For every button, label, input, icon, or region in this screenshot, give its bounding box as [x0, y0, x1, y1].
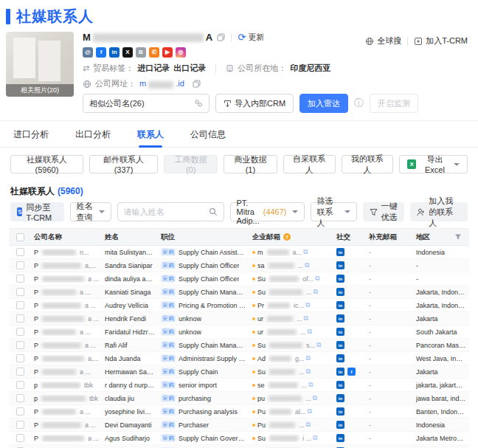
row-checkbox[interactable] — [16, 354, 24, 362]
row-checkbox[interactable] — [16, 248, 24, 256]
linkedin-icon[interactable]: in — [336, 275, 344, 283]
company-cell[interactable]: ptbk — [31, 382, 102, 389]
email-icon[interactable]: @ — [83, 47, 93, 58]
linkedin-icon[interactable]: in — [336, 301, 344, 309]
copy-email-icon[interactable]: ⧉ — [308, 381, 313, 389]
linkedin-icon[interactable]: in — [336, 421, 344, 429]
linkedin-icon[interactable]: in — [336, 381, 344, 389]
copy-website-icon[interactable] — [193, 80, 201, 88]
copy-email-icon[interactable]: ⧉ — [304, 314, 308, 323]
row-checkbox[interactable] — [16, 314, 24, 323]
contact-name-cell[interactable]: Audrey Vellicia — [102, 302, 158, 309]
tab-联系人[interactable]: 联系人 — [136, 121, 165, 147]
youtube-icon[interactable]: ▶ — [162, 47, 173, 58]
company-cell[interactable]: ptbk — [31, 395, 102, 402]
copy-email-icon[interactable]: ⧉ — [308, 328, 312, 336]
copy-email-icon[interactable]: ⧉ — [306, 354, 311, 362]
linkedin-icon[interactable]: in — [336, 434, 344, 442]
row-checkbox[interactable] — [16, 288, 24, 296]
contact-tab-商业数据(1)[interactable]: 商业数据(1) — [224, 155, 277, 173]
copy-email-icon[interactable]: ⧉ — [305, 301, 310, 309]
row-checkbox[interactable] — [16, 341, 24, 349]
company-cell[interactable]: Pa ... — [31, 408, 102, 416]
row-checkbox[interactable] — [16, 407, 24, 416]
company-cell[interactable]: Pa ... — [31, 435, 102, 442]
facebook-icon[interactable]: f — [96, 47, 106, 58]
import-crm-button[interactable]: 导入内部CRM — [215, 94, 294, 113]
contact-name-cell[interactable]: Faridatul Hidzroh — [102, 328, 158, 336]
contact-tab-我的联系人[interactable]: 我的联系人 — [342, 155, 394, 173]
copy-email-icon[interactable]: ⧉ — [308, 407, 312, 416]
company-cell[interactable]: Pa ... — [31, 368, 102, 376]
linkedin-icon[interactable]: in — [336, 341, 344, 349]
facebook-icon[interactable]: f — [347, 368, 356, 376]
copy-email-icon[interactable]: ⧉ — [315, 275, 319, 283]
company-cell[interactable]: Pn... — [31, 249, 102, 256]
row-checkbox[interactable] — [16, 421, 24, 429]
search-icon[interactable] — [209, 207, 218, 216]
contact-tab-自采联系人[interactable]: 自采联系人 — [283, 155, 336, 173]
contact-tab-邮件联系人(337)[interactable]: 邮件联系人(337) — [89, 155, 158, 173]
tab-进口分析[interactable]: 进口分析 — [12, 121, 50, 147]
copy-email-icon[interactable]: ⧉ — [305, 261, 309, 269]
linkedin-icon[interactable]: in — [336, 248, 344, 256]
row-checkbox[interactable] — [16, 261, 24, 269]
contact-name-cell[interactable]: Nda Juanda — [102, 355, 158, 362]
copy-company-name-icon[interactable] — [217, 33, 225, 41]
copy-email-icon[interactable]: ⧉ — [316, 341, 321, 349]
similar-companies-box[interactable]: 相似公司名(26) — [83, 94, 209, 113]
contact-name-cell[interactable]: Sandra Sianipar — [102, 262, 158, 269]
blogger-icon[interactable]: B — [136, 47, 146, 58]
company-cell[interactable]: Pa,... — [31, 262, 102, 269]
row-checkbox[interactable] — [16, 394, 24, 402]
tab-公司信息[interactable]: 公司信息 — [189, 121, 227, 147]
row-checkbox[interactable] — [16, 328, 24, 336]
contact-name-cell[interactable]: mita Sulistyandari — [102, 249, 158, 256]
copy-email-icon[interactable]: ⧉ — [306, 368, 311, 376]
contact-name-cell[interactable]: r danny d nurpat... — [102, 382, 158, 389]
trade-tag-export[interactable]: 出口记录 — [173, 63, 206, 74]
row-checkbox[interactable] — [16, 301, 24, 309]
contact-name-cell[interactable]: Hendrik Fendi — [102, 315, 158, 323]
contact-name-cell[interactable]: Agus Sudiharjo — [102, 435, 158, 442]
copy-email-icon[interactable]: ⧉ — [303, 248, 308, 256]
row-checkbox[interactable] — [16, 275, 24, 283]
add-my-contacts-button[interactable]: 加入我的联系人 — [410, 202, 468, 221]
linkedin-icon[interactable]: in — [336, 261, 344, 269]
linkedin-icon[interactable]: in — [336, 354, 344, 362]
copy-email-icon[interactable]: ⧉ — [313, 394, 317, 402]
x-icon[interactable]: X — [122, 47, 133, 58]
email-help-icon[interactable]: ? — [283, 233, 291, 241]
company-cell[interactable]: Pa ... — [31, 342, 102, 349]
row-checkbox[interactable] — [16, 381, 24, 389]
join-radar-button[interactable]: 加入雷达 — [299, 94, 348, 113]
company-cell[interactable]: Pa ... — [31, 315, 102, 323]
tab-出口分析[interactable]: 出口分析 — [74, 121, 112, 147]
region-filter-icon[interactable] — [454, 233, 462, 241]
select-all-checkbox[interactable] — [16, 233, 24, 241]
company-photo[interactable]: 相关照片(20) — [6, 32, 74, 97]
company-cell[interactable]: Pa,... — [31, 355, 102, 362]
row-checkbox[interactable] — [16, 434, 24, 442]
copy-email-icon[interactable]: ⧉ — [306, 421, 311, 429]
contact-tab-社媒联系人(5960)[interactable]: 社媒联系人(5960) — [10, 155, 83, 173]
contact-name-cell[interactable]: yosephine liviane — [102, 408, 158, 416]
company-select[interactable]: PT. Mitra Adip... (4467) — [230, 202, 305, 221]
trade-tag-import[interactable]: 进口记录 — [137, 63, 170, 74]
linkedin-icon[interactable]: in — [336, 368, 344, 376]
linkedin-icon[interactable]: in — [336, 394, 344, 402]
contact-name-cell[interactable]: Devi Damayanti — [102, 421, 158, 429]
one-click-optimize-button[interactable]: 一键优选 — [363, 202, 405, 221]
company-cell[interactable]: Pa ... — [31, 302, 102, 309]
refresh-button[interactable]: ⟳ 更新 — [238, 32, 264, 43]
contact-name-cell[interactable]: Rafi Alif — [102, 342, 158, 349]
export-excel-button[interactable]: X 导出 Excel — [399, 155, 468, 173]
copy-email-icon[interactable]: ⧉ — [313, 434, 317, 442]
company-cell[interactable]: Pa ... — [31, 328, 102, 336]
linkedin-icon[interactable]: in — [336, 328, 344, 336]
contact-name-cell[interactable]: dinda auliya adha — [102, 275, 158, 283]
phone-icon[interactable]: ✆ — [149, 47, 159, 58]
website-link[interactable]: m.id — [139, 79, 184, 88]
info-icon[interactable]: ⓘ — [354, 97, 364, 110]
enable-monitor-button[interactable]: 开启监测 — [370, 94, 418, 113]
